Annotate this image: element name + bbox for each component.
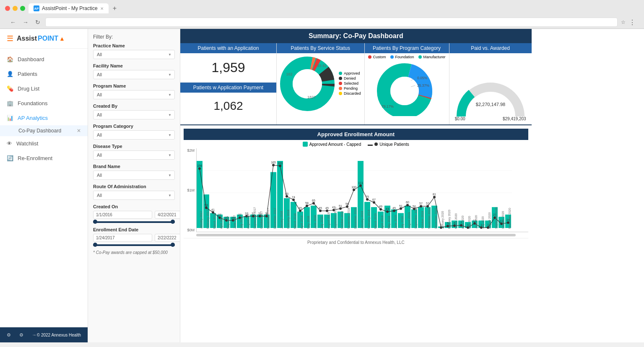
svg-text:February 2018: February 2018: [287, 210, 290, 229]
svg-text:51: 51: [399, 205, 402, 207]
browser-tab[interactable]: AP AssistPoint - My Practice ✕: [29, 3, 109, 13]
svg-text:June 2017: June 2017: [233, 215, 236, 229]
svg-text:July 2018: July 2018: [320, 216, 324, 229]
bookmark-icon[interactable]: ☆: [621, 19, 626, 25]
program-category-select[interactable]: All: [93, 130, 175, 140]
chart-scrollbar[interactable]: [196, 234, 516, 236]
disease-type-select[interactable]: All: [93, 150, 175, 160]
copay-close-icon[interactable]: ✕: [77, 128, 81, 134]
svg-text:45: 45: [392, 207, 396, 210]
logo-point-text: POINT: [38, 35, 58, 42]
enrollment-end-filter: Enrollment End Date: [93, 227, 175, 246]
svg-text:June 2019: June 2019: [394, 215, 397, 229]
enrollment-end-end[interactable]: [155, 234, 180, 242]
route-admin-select[interactable]: All: [93, 191, 175, 200]
bottom-icons: ⚙ ⚙ →: [7, 332, 36, 338]
service-status-legend: Approved Denied Selected Pending Discard…: [339, 71, 361, 96]
patients-legend-icon: [368, 145, 373, 146]
hamburger-icon[interactable]: ☰: [7, 34, 13, 43]
chart-scroll-area[interactable]: $2M $1M $0M 1565341272020273131313116516…: [184, 148, 528, 232]
sidebar-item-watchlist[interactable]: 👁 Watchlist: [0, 136, 88, 151]
svg-point-4: [293, 69, 322, 98]
svg-text:25.37%: 25.37%: [417, 83, 429, 88]
sidebar-item-drug-list[interactable]: 💊 Drug List: [0, 81, 88, 96]
new-tab-button[interactable]: +: [110, 5, 119, 12]
svg-text:February 2019: February 2019: [367, 210, 371, 229]
browser-menu-icon[interactable]: ⋮: [629, 18, 636, 26]
sidebar-sub-copay[interactable]: Co-Pay Dashboard ✕: [0, 125, 88, 136]
sidebar-patients-label: Patients: [18, 71, 37, 77]
app-container: ☰ AssistPOINT ▲ 🏠 Dashboard 👤 Patients 💊…: [0, 29, 644, 342]
service-status-pie: 1827 162 93 61: [280, 57, 335, 111]
svg-point-143: [393, 210, 395, 212]
program-name-select[interactable]: All: [93, 90, 175, 99]
minimize-button[interactable]: [13, 6, 18, 11]
enrollment-end-slider[interactable]: [93, 244, 175, 246]
disease-type-filter: Disease Type All: [93, 144, 175, 160]
sidebar-item-dashboard[interactable]: 🏠 Dashboard: [0, 52, 88, 67]
svg-text:September 2019: September 2019: [414, 207, 418, 229]
svg-text:156: 156: [197, 164, 202, 167]
logout-icon[interactable]: →: [32, 332, 36, 338]
patients-app-value: 1,959: [180, 53, 276, 82]
program-category-legend: Custom Foundation Manufacturer: [365, 53, 449, 62]
svg-point-133: [326, 210, 328, 212]
svg-text:February 2020: February 2020: [448, 210, 451, 229]
sidebar-item-ap-analytics[interactable]: 📊 AP Analytics: [0, 111, 88, 125]
program-category-card: Patients By Program Category Custom Foun…: [365, 43, 449, 124]
created-on-slider[interactable]: [93, 221, 175, 223]
sidebar-watchlist-label: Watchlist: [16, 140, 38, 147]
brand-name-select[interactable]: All: [93, 171, 175, 180]
svg-point-149: [433, 196, 436, 198]
dashboard-title: Summary: Co-Pay Dashboard: [180, 29, 532, 43]
url-input[interactable]: [45, 18, 618, 27]
practice-name-select[interactable]: All: [93, 50, 175, 59]
created-on-end[interactable]: [155, 211, 180, 219]
svg-text:July 2019: July 2019: [401, 216, 404, 229]
facility-name-select[interactable]: All: [93, 70, 175, 79]
svg-text:July 2020: July 2020: [481, 216, 485, 229]
svg-text:February 2017: February 2017: [206, 210, 210, 229]
svg-text:April 2018: April 2018: [300, 215, 304, 229]
svg-text:November 2018: November 2018: [347, 208, 350, 229]
settings-icon[interactable]: ⚙: [7, 332, 11, 338]
help-icon[interactable]: ⚙: [19, 332, 23, 338]
forward-button[interactable]: →: [21, 18, 30, 26]
svg-text:41: 41: [211, 208, 215, 211]
svg-point-142: [386, 210, 389, 213]
created-on-start[interactable]: [93, 211, 152, 219]
foundations-icon: 🏢: [7, 100, 13, 106]
logo-flame-icon: ▲: [59, 35, 65, 42]
paid-vs-awarded-card: Paid vs. Awarded $2,270,147.98 $0.00: [449, 43, 532, 124]
maximize-button[interactable]: [20, 6, 25, 11]
copay-dashboard-label: Co-Pay Dashboard: [18, 128, 61, 134]
sidebar-item-patients[interactable]: 👤 Patients: [0, 67, 88, 81]
tab-close-icon[interactable]: ✕: [100, 6, 104, 11]
sidebar-item-foundations[interactable]: 🏢 Foundations: [0, 96, 88, 111]
sidebar-item-reenrollment[interactable]: 🔄 Re-Enrollment: [0, 151, 88, 166]
tab-title: AssistPoint - My Practice: [42, 5, 98, 11]
proprietary-text: Proprietary and Confidential to Annexus …: [184, 238, 528, 246]
enrollment-end-start[interactable]: [93, 234, 152, 242]
patients-legend-label: Unique Patients: [379, 142, 409, 147]
svg-text:October 2020: October 2020: [501, 211, 504, 229]
chart-legend: Approved Amount - Capped Unique Patients: [184, 142, 528, 147]
patients-payment-header: Patients w Application Payment: [180, 83, 276, 93]
refresh-button[interactable]: ↻: [34, 18, 42, 26]
svg-point-131: [312, 202, 315, 205]
sidebar-dashboard-label: Dashboard: [18, 56, 44, 62]
content-wrap: Filter By: Practice Name All Facility Na…: [88, 29, 532, 342]
practice-name-filter: Practice Name All: [93, 43, 175, 59]
svg-text:August 2019: August 2019: [408, 212, 411, 229]
close-button[interactable]: [5, 6, 10, 11]
reenrollment-icon: 🔄: [7, 155, 13, 161]
svg-point-138: [359, 184, 362, 187]
dashboard-icon: 🏠: [7, 56, 13, 62]
svg-text:November 2017: November 2017: [267, 208, 270, 229]
svg-text:57: 57: [419, 202, 423, 205]
dashboard-area: Summary: Co-Pay Dashboard Patients with …: [180, 29, 532, 342]
back-button[interactable]: ←: [8, 18, 18, 26]
svg-point-137: [353, 189, 355, 191]
svg-point-129: [299, 210, 301, 212]
created-by-select[interactable]: All: [93, 110, 175, 119]
